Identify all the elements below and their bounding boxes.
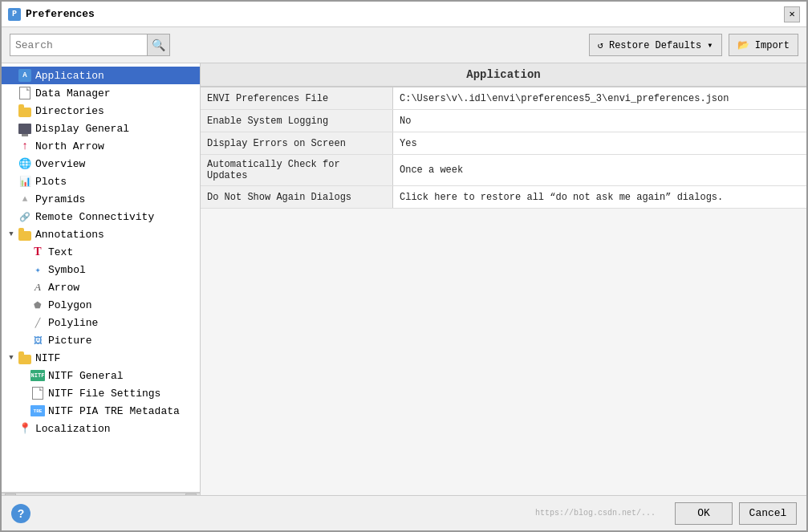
search-button[interactable]: 🔍 [147,35,169,55]
sidebar-item-label-symbol: Symbol [48,264,86,276]
sidebar-item-nitf-pia-tre[interactable]: TRENITF PIA TRE Metadata [2,402,200,420]
expand-icon-annotations: ▼ [5,228,18,241]
sidebar-item-remote-connectivity[interactable]: 🔗Remote Connectivity [2,208,200,225]
sidebar-item-annotations[interactable]: ▼Annotations [2,225,200,243]
bottom-bar: ? https://blog.csdn.net/... OK Cancel [2,495,806,530]
item-icon-nitf-general: NITF [30,368,45,383]
expand-icon-arrow [18,281,30,294]
expand-icon-symbol [18,263,30,276]
pref-key-4: Do Not Show Again Dialogs [201,186,393,208]
sidebar-item-nitf-general[interactable]: NITFNITF General [2,367,200,384]
expand-icon-north-arrow [5,140,18,152]
sidebar-item-label-display-general: Display General [35,123,129,135]
import-button[interactable]: 📂 Import [729,34,798,56]
help-button[interactable]: ? [11,504,30,523]
sidebar-item-plots[interactable]: 📊Plots [2,173,200,190]
pref-row-3[interactable]: Automatically Check for UpdatesOnce a we… [201,155,806,186]
sidebar-item-pyramids[interactable]: ▲Pyramids [2,190,200,208]
sidebar-item-label-pyramids: Pyramids [35,193,85,205]
cancel-button[interactable]: Cancel [739,502,797,525]
search-input[interactable] [10,35,147,55]
sidebar-item-polyline[interactable]: ╱Polyline [2,314,200,331]
sidebar-item-localization[interactable]: 📍Localization [2,420,200,437]
sidebar-item-data-manager[interactable]: Data Manager [2,84,200,102]
sidebar-tree: AApplicationData ManagerDirectoriesDispl… [2,67,200,492]
pref-value-0: C:\Users\v\.idl\envi\preferences5_3\envi… [393,87,806,109]
pref-value-1: No [393,110,806,132]
sidebar-item-polygon[interactable]: ⬟Polygon [2,296,200,314]
window-title: Preferences [26,8,95,20]
pref-row-2[interactable]: Display Errors on ScreenYes [201,132,806,155]
pref-value-4: Click here to restore all “do not ask me… [393,186,806,208]
item-icon-localization: 📍 [18,421,32,436]
item-icon-data-manager [18,86,32,100]
item-icon-plots: 📊 [18,174,32,189]
title-bar: P Preferences ✕ [2,2,806,27]
sidebar-item-north-arrow[interactable]: ↑North Arrow [2,137,200,155]
expand-icon-polyline [18,316,30,329]
expand-icon-localization [5,422,18,435]
item-icon-arrow: A [30,280,45,294]
sidebar-item-application[interactable]: AApplication [2,67,200,84]
expand-icon-nitf: ▼ [5,351,18,364]
item-icon-symbol: ✦ [30,262,45,277]
sidebar-item-label-polygon: Polygon [48,299,92,311]
window-icon: P [8,8,21,21]
pref-key-3: Automatically Check for Updates [201,155,393,185]
expand-icon-nitf-pia-tre [18,404,30,417]
close-button[interactable]: ✕ [784,6,800,22]
item-icon-application: A [18,68,32,83]
item-icon-nitf-file-settings [30,386,45,400]
expand-icon-nitf-general [18,369,30,382]
sidebar-item-overview[interactable]: 🌐Overview [2,155,200,173]
sidebar-item-picture[interactable]: 🖼Picture [2,331,200,349]
item-icon-overview: 🌐 [18,156,32,171]
sidebar-item-label-data-manager: Data Manager [35,87,111,99]
item-icon-text: T [30,245,45,259]
toolbar: 🔍 ↺ Restore Defaults ▾ 📂 Import [2,27,806,63]
main-content: AApplicationData ManagerDirectoriesDispl… [2,63,806,495]
item-icon-directories [18,104,32,118]
sidebar-item-nitf[interactable]: ▼NITF [2,349,200,367]
sidebar-item-label-application: Application [35,70,104,82]
expand-icon-polygon [18,298,30,311]
sidebar-item-label-plots: Plots [35,176,67,188]
sidebar-item-label-overview: Overview [35,158,85,170]
sidebar-item-nitf-file-settings[interactable]: NITF File Settings [2,384,200,402]
item-icon-polyline: ╱ [30,315,45,330]
sidebar-item-arrow[interactable]: AArrow [2,278,200,296]
expand-icon-pyramids [5,193,18,205]
expand-icon-plots [5,175,18,188]
expand-icon-text [18,246,30,258]
pref-value-2: Yes [393,132,806,154]
item-icon-remote-connectivity: 🔗 [18,209,32,224]
expand-icon-directories [5,104,18,117]
sidebar-item-label-north-arrow: North Arrow [35,140,104,152]
sidebar-item-text[interactable]: TText [2,243,200,261]
sidebar-item-label-polyline: Polyline [48,317,98,329]
content-header: Application [201,63,806,87]
sidebar-item-label-nitf: NITF [35,352,60,364]
restore-defaults-button[interactable]: ↺ Restore Defaults ▾ [589,34,722,56]
sidebar-item-symbol[interactable]: ✦Symbol [2,261,200,278]
pref-row-0[interactable]: ENVI Preferences FileC:\Users\v\.idl\env… [201,87,806,110]
expand-icon-picture [18,334,30,347]
search-box: 🔍 [10,34,170,56]
expand-icon-display-general [5,122,18,135]
pref-row-4[interactable]: Do Not Show Again DialogsClick here to r… [201,186,806,209]
item-icon-nitf [18,351,32,365]
sidebar-item-label-remote-connectivity: Remote Connectivity [35,211,154,223]
pref-key-1: Enable System Logging [201,110,393,132]
preferences-table: ENVI Preferences FileC:\Users\v\.idl\env… [201,87,806,495]
item-icon-display-general [18,121,32,136]
sidebar-item-label-nitf-file-settings: NITF File Settings [48,388,160,400]
sidebar-item-directories[interactable]: Directories [2,102,200,120]
sidebar-item-label-directories: Directories [35,105,104,117]
sidebar-item-label-nitf-pia-tre: NITF PIA TRE Metadata [48,405,180,417]
expand-icon-remote-connectivity [5,210,18,223]
sidebar-item-display-general[interactable]: Display General [2,120,200,137]
expand-icon-data-manager [5,87,18,99]
pref-row-1[interactable]: Enable System LoggingNo [201,110,806,132]
pref-value-3: Once a week [393,155,806,185]
ok-button[interactable]: OK [675,502,733,525]
